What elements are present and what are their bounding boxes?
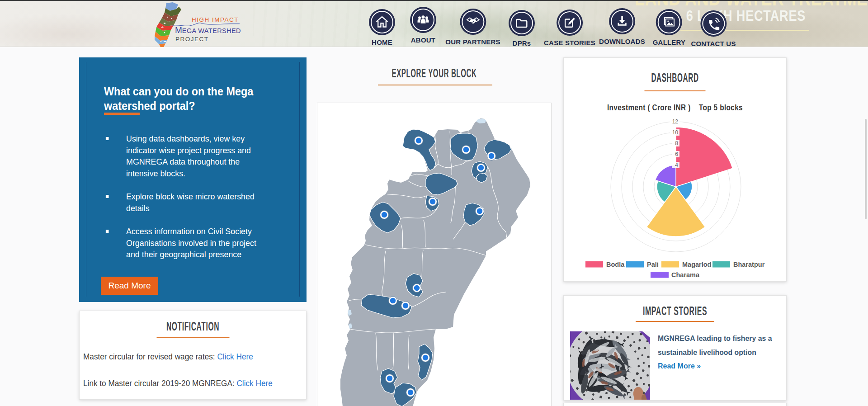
svg-text:Bodla: Bodla (606, 261, 625, 268)
svg-text:HIGH IMPACT: HIGH IMPACT (192, 16, 239, 23)
svg-text:8: 8 (675, 140, 678, 146)
svg-text:Bharatpur: Bharatpur (733, 261, 765, 268)
svg-text:MEGA WATERSHED: MEGA WATERSHED (175, 25, 241, 35)
svg-text:Pali: Pali (647, 261, 659, 268)
svg-text:6: 6 (675, 151, 678, 157)
svg-text:PROJECT: PROJECT (175, 36, 209, 42)
svg-text:12: 12 (672, 118, 679, 125)
svg-text:4: 4 (675, 162, 678, 168)
svg-text:Magarlod: Magarlod (682, 261, 711, 268)
svg-text:10: 10 (672, 129, 679, 136)
svg-text:Charama: Charama (671, 271, 700, 279)
